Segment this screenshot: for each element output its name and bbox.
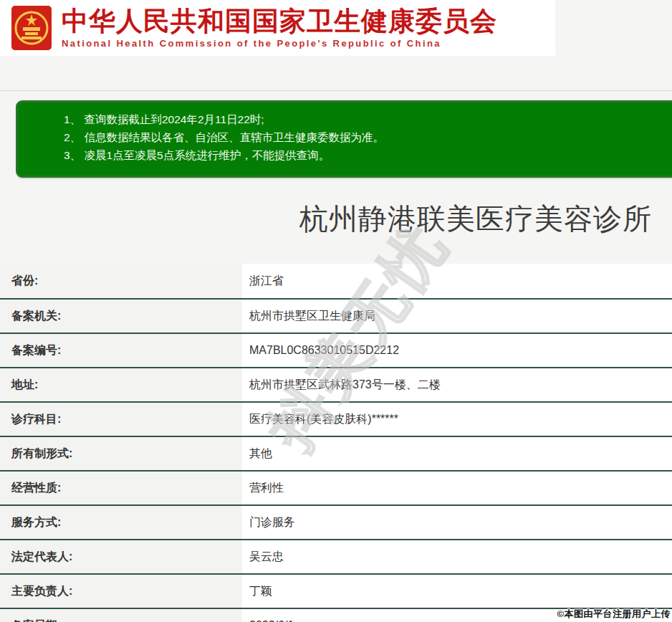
row-value: 其他 — [242, 446, 672, 461]
query-notice-panel: 1、 查询数据截止到2024年2月11日22时; 2、 信息数据结果以各省、自治… — [16, 100, 672, 178]
registration-details-table: 省份: 浙江省 备案机关: 杭州市拱墅区卫生健康局 备案编号: MA7BL0C8… — [0, 264, 672, 622]
table-row-filing-authority: 备案机关: 杭州市拱墅区卫生健康局 — [0, 298, 672, 332]
site-header: 中华人民共和国国家卫生健康委员会 National Health Commiss… — [0, 0, 555, 56]
row-label: 所有制形式: — [0, 437, 242, 470]
table-row-main-person-in-charge: 主要负责人: 丁颖 — [0, 573, 672, 608]
row-label: 服务方式: — [0, 506, 242, 539]
row-value: 营利性 — [242, 481, 672, 496]
row-value: 门诊服务 — [242, 515, 672, 530]
site-title-chinese: 中华人民共和国国家卫生健康委员会 — [62, 7, 497, 36]
table-row-operating-nature: 经营性质: 营利性 — [0, 470, 672, 504]
table-row-ownership-form: 所有制形式: 其他 — [0, 436, 672, 470]
notice-line-2: 2、 信息数据结果以各省、自治区、直辖市卫生健康委数据为准。 — [64, 128, 670, 146]
table-row-medical-subjects: 诊疗科目: 医疗美容科(美容皮肤科)****** — [0, 401, 672, 436]
row-label: 主要负责人: — [0, 575, 242, 608]
row-label: 备案日期: — [0, 609, 242, 622]
header-titles: 中华人民共和国国家卫生健康委员会 National Health Commiss… — [62, 7, 497, 49]
row-value: 杭州市拱墅区武林路373号一楼、二楼 — [242, 378, 672, 393]
row-value: 医疗美容科(美容皮肤科)****** — [242, 412, 672, 427]
table-row-filing-number: 备案编号: MA7BL0C8633010515D2212 — [0, 332, 672, 367]
row-value: 吴云忠 — [242, 550, 672, 565]
table-row-legal-representative: 法定代表人: 吴云忠 — [0, 539, 672, 573]
row-label: 地址: — [0, 368, 242, 401]
clinic-name-title: 杭州静港联美医疗美容诊所 — [0, 199, 652, 239]
row-label: 诊疗科目: — [0, 403, 242, 436]
upload-credit-note: ©本图由平台注册用户上传 — [557, 608, 671, 621]
row-label: 法定代表人: — [0, 540, 242, 573]
notice-line-1: 1、 查询数据截止到2024年2月11日22时; — [64, 110, 670, 128]
notice-line-3: 3、 凌晨1点至凌晨5点系统进行维护，不能提供查询。 — [64, 146, 670, 164]
row-value: 丁颖 — [242, 584, 672, 599]
row-value: 浙江省 — [242, 274, 672, 289]
row-label: 经营性质: — [0, 472, 242, 504]
china-national-emblem-icon — [11, 6, 52, 50]
row-value: 杭州市拱墅区卫生健康局 — [242, 309, 672, 324]
header-divider — [0, 90, 672, 91]
row-label: 备案编号: — [0, 334, 242, 367]
row-value: MA7BL0C8633010515D2212 — [242, 344, 672, 357]
table-row-address: 地址: 杭州市拱墅区武林路373号一楼、二楼 — [0, 367, 672, 401]
row-label: 省份: — [0, 264, 242, 298]
row-label: 备案机关: — [0, 300, 242, 332]
table-row-province: 省份: 浙江省 — [0, 264, 672, 298]
table-row-service-mode: 服务方式: 门诊服务 — [0, 504, 672, 539]
site-title-english: National Health Commission of the People… — [62, 38, 497, 49]
